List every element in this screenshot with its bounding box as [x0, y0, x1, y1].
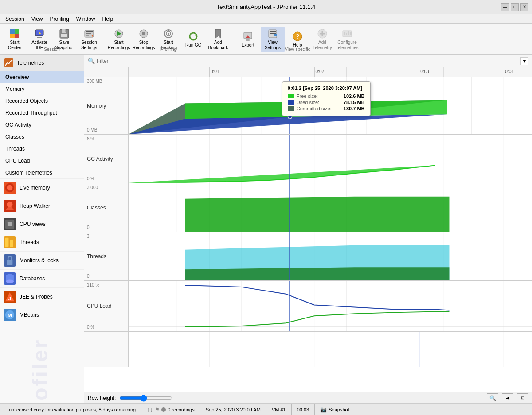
chart-label-gc: 6 % GC Activity 0 %	[84, 135, 129, 183]
configure-telemetries-button[interactable]: ConfigureTelemetries	[335, 27, 359, 52]
ruler-tick-2: 0:03	[419, 67, 429, 77]
sidebar-item-classes[interactable]: Classes	[0, 131, 84, 143]
export-button[interactable]: Export	[236, 27, 260, 52]
svg-rect-12	[86, 31, 93, 32]
add-bookmark-button[interactable]: AddBookmark	[206, 27, 230, 52]
sidebar-item-recorded-objects[interactable]: Recorded Objects	[0, 95, 84, 107]
svg-rect-52	[10, 240, 13, 247]
sidebar-item-memory[interactable]: Memory	[0, 83, 84, 95]
run-gc-button[interactable]: Run GC	[181, 27, 205, 52]
svg-text:?: ?	[296, 33, 300, 40]
chart-row-gc-activity: 6 % GC Activity 0 %	[84, 135, 532, 183]
ruler-tick-0: 0:01	[209, 67, 219, 77]
toolbar-group-view: Export ViewSettings ? Help AddTelemetry …	[233, 26, 362, 53]
jee-probes-icon: J	[4, 291, 16, 303]
chart-canvas-cpu	[129, 281, 532, 331]
status-bar: unlicensed copy for evaluation purposes,…	[0, 403, 532, 415]
add-telemetry-button[interactable]: AddTelemetry	[310, 27, 334, 52]
svg-rect-41	[346, 33, 347, 35]
session-settings-button[interactable]: SessionSettings	[77, 27, 101, 52]
stop-recordings-button[interactable]: StopRecordings	[132, 27, 156, 52]
toolbar-group-profiling: StartRecordings StopRecordings StartTrac…	[104, 26, 233, 53]
search-button[interactable]: 🔍	[487, 393, 498, 403]
sidebar-section-header: Telemetries	[0, 55, 84, 71]
sidebar-item-recorded-throughput[interactable]: Recorded Throughput	[0, 107, 84, 119]
chart-row-threads: 3 Threads 0	[84, 232, 532, 281]
add-telemetry-label: AddTelemetry	[313, 40, 332, 50]
sidebar-item-overview[interactable]: Overview	[0, 71, 84, 83]
status-license: unlicensed copy for evaluation purposes,…	[4, 404, 141, 415]
menu-window[interactable]: Window	[73, 15, 99, 23]
maximize-button[interactable]: □	[511, 3, 519, 11]
menu-session[interactable]: Session	[2, 15, 28, 23]
svg-marker-103	[185, 197, 449, 232]
sidebar-item-live-memory[interactable]: Live memory	[0, 179, 84, 197]
sidebar-item-databases[interactable]: Databases	[0, 270, 84, 288]
search-prev-button[interactable]: ◀	[502, 393, 513, 403]
filter-input[interactable]	[97, 58, 519, 64]
svg-rect-42	[348, 31, 349, 35]
filter-dropdown-button[interactable]: ▼	[520, 57, 528, 65]
snapshot-text: Snapshot	[329, 407, 349, 412]
svg-rect-43	[350, 32, 352, 35]
heap-walker-label: Heap Walker	[20, 203, 50, 209]
sidebar-item-threads[interactable]: Threads	[0, 143, 84, 155]
toolbar: StartCenter ActivateIDE SaveSnapshot Ses…	[0, 24, 532, 55]
classes-chart-svg	[129, 183, 532, 232]
ruler-tick-3: 0:04	[504, 67, 513, 77]
chart-canvas-classes	[129, 183, 532, 232]
svg-rect-40	[344, 32, 345, 35]
sidebar-item-heap-walker[interactable]: Heap Walker	[0, 197, 84, 215]
threads-label: Threads	[20, 239, 39, 245]
filter-icon: 🔍	[88, 58, 95, 64]
minimize-button[interactable]: —	[501, 3, 509, 11]
chart-label-threads: 3 Threads 0	[84, 232, 129, 280]
cpu-views-label: CPU views	[20, 221, 46, 227]
sidebar-item-cpu-load[interactable]: CPU Load	[0, 155, 84, 167]
chart-row-memory: 300 MB Memory 0 MB	[84, 77, 532, 135]
ruler-tick-1: 0:02	[314, 67, 324, 77]
menu-help[interactable]: Help	[99, 15, 117, 23]
svg-rect-14	[86, 35, 89, 36]
recordings-nav-icon: ↑↓	[147, 406, 153, 413]
sidebar: Telemetries Overview Memory Recorded Obj…	[0, 55, 84, 403]
status-time: 00:03	[292, 404, 315, 415]
status-datetime: Sep 25, 2020 3:20:09 AM	[200, 404, 266, 415]
configure-telemetries-label: ConfigureTelemetries	[336, 40, 358, 50]
recordings-flag-icon: ⚑	[155, 407, 160, 413]
memory-chart-svg	[129, 77, 532, 134]
close-button[interactable]: ✕	[520, 3, 528, 11]
status-snapshot: 📷 Snapshot	[315, 404, 354, 415]
view-settings-button[interactable]: ViewSettings	[261, 27, 285, 52]
svg-rect-44	[4, 58, 13, 67]
vm-text: VM #1	[272, 407, 286, 412]
live-memory-label: Live memory	[20, 185, 50, 191]
sidebar-item-cpu-views[interactable]: CPU views	[0, 215, 84, 233]
view-specific-group-label: View specific	[285, 47, 310, 52]
live-memory-icon	[4, 182, 16, 194]
svg-rect-31	[270, 33, 276, 34]
menu-view[interactable]: View	[28, 15, 47, 23]
row-height-slider[interactable]	[119, 395, 172, 402]
start-center-button[interactable]: StartCenter	[3, 27, 27, 52]
fit-width-button[interactable]: ⊡	[517, 393, 528, 403]
start-recordings-button[interactable]: StartRecordings	[107, 27, 131, 52]
sidebar-item-threads[interactable]: Threads	[0, 233, 84, 252]
svg-point-22	[168, 33, 169, 35]
sidebar-item-custom-telemetries[interactable]: Custom Telemetries	[0, 167, 84, 179]
svg-point-80	[288, 114, 292, 119]
telemetries-title: Telemetries	[17, 60, 44, 66]
sidebar-item-jee-probes[interactable]: J JEE & Probes	[0, 288, 84, 306]
menu-profiling[interactable]: Profiling	[47, 15, 73, 23]
title-bar: TextSimilarityAppTest - JProfiler 11.1.4…	[0, 0, 532, 14]
window-controls: — □ ✕	[501, 3, 528, 11]
sidebar-item-gc-activity[interactable]: GC Activity	[0, 119, 84, 131]
mbeans-icon: M	[4, 309, 16, 321]
sidebar-item-mbeans[interactable]: M MBeans	[0, 306, 84, 324]
svg-rect-30	[270, 31, 276, 32]
profiling-group-label: Profiling	[160, 47, 176, 52]
cpu-views-icon	[4, 218, 16, 230]
svg-point-56	[6, 280, 14, 283]
sidebar-item-monitors-locks[interactable]: Monitors & locks	[0, 252, 84, 270]
timeline-container[interactable]: 0:01 0:02 0:03 0:04	[84, 67, 532, 392]
